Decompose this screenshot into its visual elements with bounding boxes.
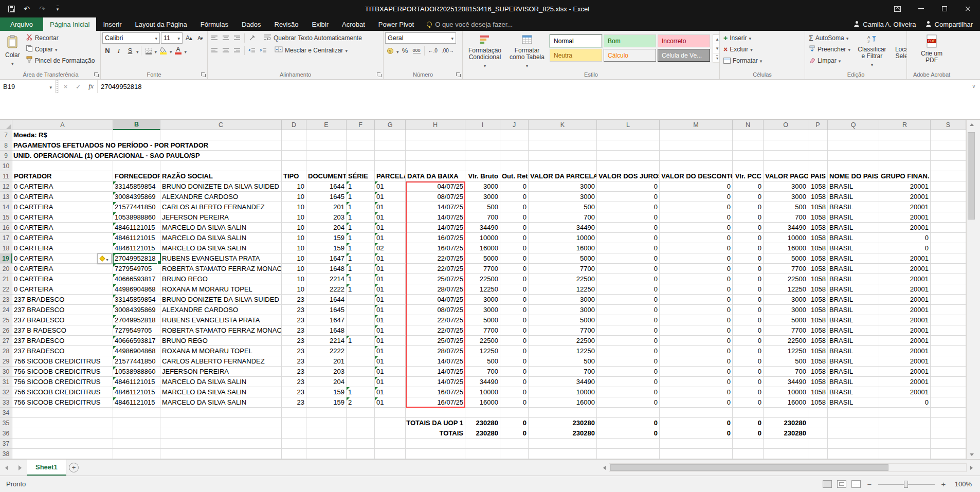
cell-H13[interactable]: 08/07/25 — [406, 192, 465, 202]
cell-N8[interactable] — [733, 140, 764, 151]
cell-C18[interactable]: MARCELO DA SILVA SALIN — [160, 243, 282, 253]
cell-R36[interactable] — [879, 428, 931, 439]
cell-R31[interactable]: 20001 — [879, 377, 931, 387]
cell-N34[interactable] — [733, 408, 764, 418]
cell-E7[interactable] — [306, 130, 347, 140]
cell-S7[interactable] — [931, 130, 966, 140]
cell-S25[interactable] — [931, 315, 966, 325]
cell-P13[interactable]: 1058 — [808, 192, 828, 202]
cell-S14[interactable] — [931, 202, 966, 212]
cell-E32[interactable]: 159 — [306, 387, 347, 397]
cell-H16[interactable]: 14/07/25 — [406, 223, 465, 233]
cell-P7[interactable] — [808, 130, 828, 140]
comma-style-icon[interactable] — [411, 45, 422, 56]
cell-O8[interactable] — [764, 140, 808, 151]
cell-A24[interactable]: 237 BRADESCO — [12, 305, 113, 315]
cell-B15[interactable]: 10538988860 — [113, 212, 160, 223]
cell-D17[interactable]: 10 — [282, 233, 306, 243]
cell-H19[interactable]: 22/07/25 — [406, 253, 465, 264]
tab-pagina-inicial[interactable]: Página Inicial — [43, 17, 96, 31]
cell-D18[interactable]: 10 — [282, 243, 306, 253]
cell-B33[interactable]: 48461121015 — [113, 397, 160, 408]
cell-K8[interactable] — [529, 140, 597, 151]
gallery-up-icon[interactable]: ▲ — [713, 35, 720, 44]
cell-Q37[interactable] — [828, 439, 879, 449]
cell-E28[interactable]: 2222 — [306, 346, 347, 356]
cell-P19[interactable]: 1058 — [808, 253, 828, 264]
number-dialog-launcher-icon[interactable] — [456, 72, 461, 78]
column-header-M[interactable]: M — [660, 120, 733, 130]
cell-K12[interactable]: 3000 — [529, 181, 597, 192]
formula-input[interactable]: 27049952818 — [98, 80, 968, 93]
cell-B22[interactable]: 44986904868 — [113, 284, 160, 295]
cell-I13[interactable]: 3000 — [465, 192, 500, 202]
cell-D27[interactable]: 23 — [282, 336, 306, 346]
cell-N12[interactable]: 0 — [733, 181, 764, 192]
cell-J18[interactable]: 0 — [500, 243, 529, 253]
cell-F7[interactable] — [347, 130, 375, 140]
cell-H21[interactable]: 25/07/25 — [406, 274, 465, 284]
cell-L24[interactable]: 0 — [597, 305, 660, 315]
cell-P32[interactable]: 1058 — [808, 387, 828, 397]
column-header-Q[interactable]: Q — [828, 120, 879, 130]
cell-D11[interactable]: TIPO — [282, 171, 306, 181]
cell-M10[interactable] — [660, 161, 733, 171]
scroll-left-icon[interactable] — [600, 463, 609, 472]
cell-A35[interactable] — [12, 418, 113, 428]
cell-S35[interactable] — [931, 418, 966, 428]
cell-O30[interactable]: 700 — [764, 367, 808, 377]
cell-O37[interactable] — [764, 439, 808, 449]
cell-N23[interactable]: 0 — [733, 295, 764, 305]
cell-O23[interactable]: 3000 — [764, 295, 808, 305]
cell-R18[interactable]: 0 — [879, 243, 931, 253]
cell-M19[interactable]: 0 — [660, 253, 733, 264]
cell-I10[interactable] — [465, 161, 500, 171]
align-center-icon[interactable] — [221, 45, 231, 56]
cell-L29[interactable]: 0 — [597, 356, 660, 367]
cell-E16[interactable]: 204 — [306, 223, 347, 233]
font-color-button[interactable] — [173, 45, 184, 56]
cell-A17[interactable]: 0 CARTEIRA — [12, 233, 113, 243]
cell-H14[interactable]: 14/07/25 — [406, 202, 465, 212]
cell-R11[interactable]: GRUPO FINAN. — [879, 171, 931, 181]
gallery-more-icon[interactable] — [713, 53, 720, 63]
cell-L38[interactable] — [597, 449, 660, 459]
cell-P20[interactable]: 1058 — [808, 264, 828, 274]
cell-E19[interactable]: 1647 — [306, 253, 347, 264]
cell-D9[interactable] — [282, 151, 306, 161]
autosum-button[interactable]: AutoSoma — [807, 32, 852, 43]
cell-I15[interactable]: 700 — [465, 212, 500, 223]
cell-E38[interactable] — [306, 449, 347, 459]
cell-O35[interactable]: 230280 — [764, 418, 808, 428]
cell-R21[interactable]: 20001 — [879, 274, 931, 284]
cell-S9[interactable] — [931, 151, 966, 161]
cell-M7[interactable] — [660, 130, 733, 140]
cell-M15[interactable]: 0 — [660, 212, 733, 223]
cell-D24[interactable]: 23 — [282, 305, 306, 315]
cell-Q18[interactable]: BRASIL — [828, 243, 879, 253]
row-header-21[interactable]: 21 — [0, 274, 12, 284]
cell-I38[interactable] — [465, 449, 500, 459]
cell-R7[interactable] — [879, 130, 931, 140]
cell-B37[interactable] — [113, 439, 160, 449]
cell-C37[interactable] — [160, 439, 282, 449]
cell-J35[interactable]: 0 — [500, 418, 529, 428]
style-incorreto[interactable]: Incorreto — [658, 34, 710, 47]
column-header-K[interactable]: K — [529, 120, 597, 130]
cell-R28[interactable]: 20001 — [879, 346, 931, 356]
cell-J37[interactable] — [500, 439, 529, 449]
row-header-36[interactable]: 36 — [0, 428, 12, 439]
cell-K24[interactable]: 3000 — [529, 305, 597, 315]
row-header-24[interactable]: 24 — [0, 305, 12, 315]
cell-R19[interactable]: 20001 — [879, 253, 931, 264]
cell-I27[interactable]: 22500 — [465, 336, 500, 346]
cell-B12[interactable]: 33145859854 — [113, 181, 160, 192]
zoom-out-icon[interactable] — [866, 480, 873, 488]
cell-L14[interactable]: 0 — [597, 202, 660, 212]
cell-Q11[interactable]: NOME DO PAIS — [828, 171, 879, 181]
cell-L12[interactable]: 0 — [597, 181, 660, 192]
cell-F20[interactable]: 1 — [347, 264, 375, 274]
cell-B38[interactable] — [113, 449, 160, 459]
cell-P11[interactable]: PAIS — [808, 171, 828, 181]
cell-D29[interactable]: 23 — [282, 356, 306, 367]
